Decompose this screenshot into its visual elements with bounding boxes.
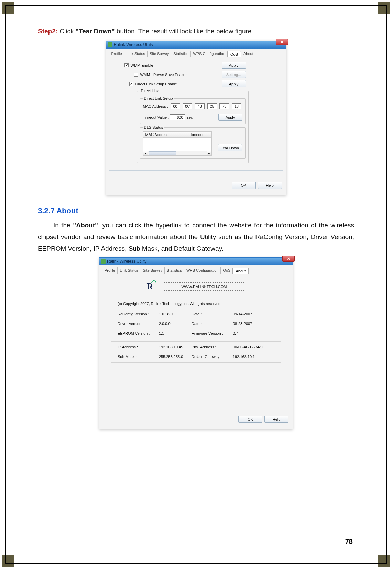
scroll-left-icon[interactable]: ◂ (143, 151, 148, 155)
label-timeout: Timeout Value : (143, 115, 170, 119)
tab-body: ✔ WMM Enable Apply WMM - Power Save Enab… (109, 57, 283, 171)
tab-site-survey[interactable]: Site Survey (141, 267, 164, 274)
tab-link-status[interactable]: Link Status (124, 51, 147, 57)
mac-field-4[interactable]: 25 (207, 103, 217, 109)
ok-button[interactable]: OK (232, 182, 256, 189)
group-dls-status: DLS Status (143, 125, 164, 129)
ralink-logo-icon: R (147, 281, 153, 292)
label-raconfig-date: Date : (192, 312, 233, 316)
section-header: 3.2.7 About (38, 206, 354, 215)
group-direct-link: Direct Link (140, 89, 160, 93)
tab-body: R WWW.RALINKTECH.COM (c) Copyright 2007,… (102, 274, 290, 405)
close-button[interactable]: ✕ (276, 39, 288, 45)
apply-button-dls-setup[interactable]: Apply (218, 114, 242, 121)
tab-about[interactable]: About (241, 51, 255, 57)
timeout-field[interactable]: 600 (170, 114, 185, 120)
tab-about[interactable]: About (232, 268, 249, 274)
mac-field-2[interactable]: 0C (183, 103, 192, 109)
label-ip-address: IP Address : (118, 345, 159, 349)
step2-bold: "Tear Down" (76, 28, 115, 35)
label-wmm-enable: WMM Enable (131, 63, 153, 67)
window-title: Ralink Wireless Utility (107, 259, 146, 264)
close-icon: ✕ (280, 40, 283, 44)
value-firmware-version: 0.7 (233, 331, 274, 335)
close-button[interactable]: ✕ (282, 256, 295, 262)
app-icon (108, 42, 112, 47)
tear-down-button[interactable]: Tear Down (218, 144, 242, 151)
dls-col-timeout[interactable]: Timeout (188, 132, 211, 137)
tab-profile[interactable]: Profile (109, 51, 124, 57)
label-wmm-power-save: WMM - Power Save Enable (140, 73, 187, 77)
tab-site-survey[interactable]: Site Survey (147, 51, 171, 57)
setting-button[interactable]: Setting... (222, 71, 246, 78)
titlebar[interactable]: Ralink Wireless Utility ✕ (99, 258, 293, 265)
mac-field-1[interactable]: 00 (171, 103, 180, 109)
value-default-gateway: 192.168.10.1 (233, 355, 274, 359)
tab-qos[interactable]: QoS (220, 267, 232, 274)
about-box-copyright: (c) Copyright 2007, Ralink Technology, I… (111, 298, 281, 339)
dls-status-table[interactable]: MAC Address Timeout ◂ (143, 131, 212, 155)
label-mac-address: MAC Address : (143, 104, 170, 108)
ok-button[interactable]: OK (238, 416, 262, 423)
tab-profile[interactable]: Profile (102, 267, 117, 274)
page-number: 78 (345, 538, 353, 546)
label-phy-address: Phy_Address : (192, 345, 233, 349)
label-eeprom-version: EEPROM Version : (118, 331, 159, 335)
scroll-thumb[interactable] (149, 151, 176, 155)
label-raconfig-version: RaConfig Version : (118, 312, 159, 316)
apply-button[interactable]: Apply (222, 62, 246, 69)
label-default-gateway: Default Gateway : (192, 355, 233, 359)
tab-wps-configuration[interactable]: WPS Configuration (184, 267, 221, 274)
label-copyright: (c) Copyright 2007, Ralink Technology, I… (118, 302, 274, 306)
label-firmware-version: Firmware Version : (192, 331, 233, 335)
value-phy-address: 00-06-4F-12-34-56 (233, 345, 274, 349)
label-driver-date: Date : (192, 322, 233, 326)
tab-statistics[interactable]: Statistics (164, 267, 184, 274)
about-box-network: IP Address : 192.168.10.45 Phy_Address :… (111, 341, 281, 363)
mac-field-5[interactable]: 73 (219, 103, 229, 109)
tab-strip: Profile Link Status Site Survey Statisti… (106, 49, 286, 57)
checkbox-dls-enable[interactable]: ✔ (129, 82, 133, 86)
tab-statistics[interactable]: Statistics (171, 51, 190, 57)
group-direct-link-setup: Direct Link Setup (143, 96, 174, 100)
titlebar[interactable]: Ralink Wireless Utility ✕ (106, 41, 286, 49)
mac-field-3[interactable]: 43 (195, 103, 205, 109)
value-driver-version: 2.0.0.0 (159, 322, 192, 326)
value-sub-mask: 255.255.255.0 (159, 355, 192, 359)
value-raconfig-date: 09-14-2007 (233, 312, 274, 316)
label-driver-version: Driver Version : (118, 322, 159, 326)
tab-wps-configuration[interactable]: WPS Configuration (190, 51, 227, 57)
apply-button-dls-enable[interactable]: Apply (222, 80, 246, 87)
app-icon (101, 259, 106, 264)
mac-field-6[interactable]: 18 (232, 103, 241, 109)
window-title: Ralink Wireless Utility (114, 42, 153, 47)
scroll-right-icon[interactable]: ▸ (207, 151, 211, 155)
help-button[interactable]: Help (264, 416, 288, 423)
table-row (143, 142, 211, 147)
close-icon: ✕ (287, 257, 290, 261)
tab-link-status[interactable]: Link Status (117, 267, 140, 274)
label-sub-mask: Sub Mask : (118, 355, 159, 359)
checkbox-wmm-enable[interactable]: ✔ (124, 63, 129, 67)
label-sec: sec (187, 115, 193, 119)
value-raconfig-version: 1.0.18.0 (159, 312, 192, 316)
value-driver-date: 08-23-2007 (233, 322, 274, 326)
tab-qos[interactable]: QoS (227, 51, 241, 57)
value-eeprom-version: 1.1 (159, 331, 192, 335)
checkbox-wmm-power-save[interactable] (134, 73, 138, 77)
dls-col-mac[interactable]: MAC Address (143, 132, 188, 137)
website-hyperlink[interactable]: WWW.RALINKTECH.COM (163, 282, 245, 291)
step2-label: Step2: (38, 28, 58, 35)
tab-strip: Profile Link Status Site Survey Statisti… (99, 265, 293, 274)
table-row (143, 138, 211, 142)
help-button[interactable]: Help (258, 182, 282, 189)
label-dls-enable: Direct Link Setup Enable (135, 82, 177, 86)
step2-caption: Step2: Click "Tear Down" button. The res… (38, 28, 354, 35)
scrollbar-horizontal[interactable]: ◂ ▸ (143, 151, 212, 156)
dialog-qos: Ralink Wireless Utility ✕ Profile Link S… (106, 41, 286, 195)
dialog-about: Ralink Wireless Utility ✕ Profile Link S… (99, 257, 293, 429)
value-ip-address: 192.168.10.45 (159, 345, 192, 349)
about-paragraph: In the "About", you can click the hyperl… (38, 219, 354, 255)
